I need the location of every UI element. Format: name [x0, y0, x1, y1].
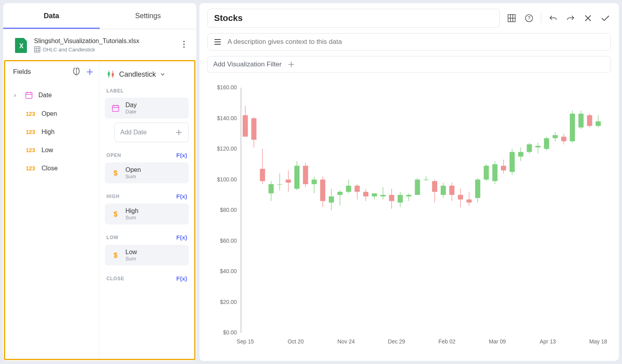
svg-rect-91	[372, 193, 377, 196]
svg-text:May 18: May 18	[589, 338, 607, 344]
label-chip-label: Day	[125, 102, 137, 109]
open-chip[interactable]: $ OpenSum	[105, 162, 189, 183]
svg-text:$120.00: $120.00	[217, 145, 237, 152]
svg-text:$: $	[114, 210, 118, 218]
svg-text:Sep 15: Sep 15	[237, 338, 254, 344]
svg-rect-69	[277, 184, 282, 185]
brain-icon[interactable]	[71, 67, 82, 77]
fx-close[interactable]: F(x)	[176, 275, 188, 282]
visualization-type-selector[interactable]: Candlestick	[105, 67, 189, 86]
svg-rect-131	[544, 138, 549, 149]
field-label: Open	[42, 110, 57, 117]
svg-rect-97	[398, 195, 403, 202]
svg-rect-135	[561, 137, 566, 141]
dollar-icon: $	[112, 169, 119, 177]
number-type-icon: 123	[25, 147, 36, 153]
svg-rect-123	[510, 152, 515, 172]
svg-text:$0.00: $0.00	[223, 329, 237, 336]
svg-rect-1	[34, 47, 40, 52]
dollar-icon: $	[112, 251, 119, 259]
svg-rect-125	[518, 152, 523, 157]
redo-button[interactable]	[565, 13, 576, 24]
svg-rect-141	[587, 115, 592, 126]
svg-rect-99	[406, 195, 412, 196]
svg-rect-83	[338, 192, 343, 195]
datasource-menu-button[interactable]	[180, 38, 188, 52]
svg-rect-115	[475, 179, 480, 198]
field-item-high[interactable]: 123High	[5, 123, 99, 141]
grid-layout-button[interactable]	[506, 13, 517, 24]
left-panel: Data Settings X Slingshot_Visualization_…	[3, 3, 196, 361]
svg-rect-71	[286, 179, 291, 183]
svg-rect-73	[294, 166, 300, 189]
svg-text:$20.00: $20.00	[220, 299, 237, 305]
svg-rect-111	[458, 195, 463, 200]
svg-rect-113	[466, 200, 472, 203]
datasource-row: X Slingshot_Visualization_Tutorials.xlsx…	[3, 29, 196, 60]
svg-rect-65	[260, 169, 265, 181]
low-chip-label: Low	[125, 249, 137, 256]
open-chip-label: Open	[125, 166, 141, 174]
datasource-name: Slingshot_Visualization_Tutorials.xlsx	[34, 38, 175, 45]
svg-text:X: X	[19, 43, 24, 49]
field-label: Close	[42, 165, 58, 172]
field-label: Date	[38, 92, 52, 99]
add-date-button[interactable]: Add Date	[114, 123, 189, 142]
svg-rect-101	[415, 179, 420, 195]
svg-text:Nov 24: Nov 24	[338, 338, 355, 344]
svg-rect-121	[501, 166, 506, 170]
field-item-open[interactable]: 123Open	[5, 105, 99, 123]
visualization-title-input[interactable]	[207, 9, 500, 28]
svg-text:$100.00: $100.00	[217, 176, 237, 182]
confirm-button[interactable]	[600, 13, 611, 24]
svg-rect-105	[432, 181, 437, 192]
plus-icon	[175, 128, 183, 136]
tab-data[interactable]: Data	[3, 3, 100, 29]
description-row	[207, 33, 611, 51]
help-button[interactable]: ?	[523, 13, 535, 24]
svg-rect-117	[484, 166, 489, 179]
header: ?	[207, 9, 611, 28]
plus-icon	[287, 60, 295, 68]
low-chip-sub: Sum	[125, 256, 137, 262]
svg-rect-93	[380, 195, 385, 196]
datasource-sheet: OHLC and Candlestick	[43, 47, 95, 53]
description-input[interactable]	[228, 38, 605, 46]
undo-button[interactable]	[548, 13, 559, 24]
low-chip[interactable]: $ LowSum	[105, 245, 189, 266]
fx-high[interactable]: F(x)	[176, 193, 188, 200]
svg-rect-139	[578, 114, 584, 128]
field-item-date[interactable]: ›Date	[5, 86, 99, 105]
svg-rect-20	[112, 106, 119, 111]
svg-rect-107	[441, 186, 446, 195]
fields-column: Fields ›Date123Open123High123Low123Close	[5, 61, 99, 359]
hamburger-icon[interactable]	[213, 38, 222, 46]
svg-rect-75	[303, 166, 308, 184]
field-item-low[interactable]: 123Low	[5, 141, 99, 159]
close-button[interactable]	[582, 13, 594, 24]
svg-rect-95	[389, 195, 394, 201]
number-type-icon: 123	[25, 165, 36, 172]
grid-icon	[34, 46, 40, 53]
field-list: ›Date123Open123High123Low123Close	[5, 83, 99, 181]
section-close-title: CLOSE	[106, 276, 124, 281]
svg-text:$80.00: $80.00	[220, 207, 237, 213]
svg-point-7	[183, 43, 185, 45]
svg-rect-137	[570, 114, 575, 141]
high-chip[interactable]: $ HighSum	[105, 204, 189, 224]
add-filter-button[interactable]: Add Visualization Filter	[207, 56, 611, 73]
excel-file-icon: X	[14, 37, 28, 53]
chart-area: $0.00$20.00$40.00$60.00$80.00$100.00$120…	[207, 77, 611, 357]
label-chip-day[interactable]: DayDate	[105, 98, 189, 119]
add-field-button[interactable]	[85, 67, 95, 77]
fx-low[interactable]: F(x)	[176, 234, 188, 241]
fx-open[interactable]: F(x)	[176, 152, 188, 158]
add-date-label: Add Date	[120, 129, 147, 136]
svg-text:$140.00: $140.00	[217, 115, 237, 121]
section-open-title: OPEN	[106, 153, 121, 158]
svg-rect-63	[251, 118, 256, 140]
field-item-close[interactable]: 123Close	[5, 159, 99, 177]
tab-settings[interactable]: Settings	[100, 3, 196, 29]
svg-rect-129	[535, 146, 540, 147]
svg-rect-87	[355, 186, 360, 192]
